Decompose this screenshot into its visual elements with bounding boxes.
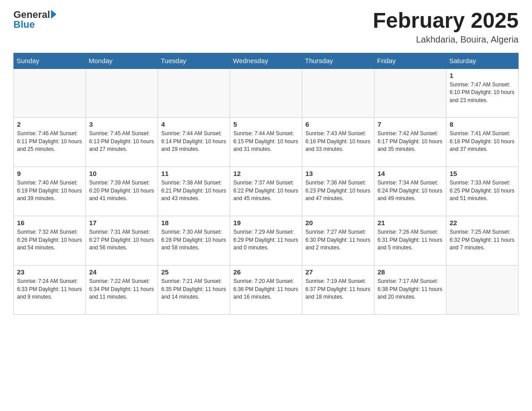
day-info: Sunrise: 7:40 AM Sunset: 6:19 PM Dayligh… xyxy=(17,179,82,202)
day-number: 26 xyxy=(233,268,299,276)
day-info: Sunrise: 7:43 AM Sunset: 6:16 PM Dayligh… xyxy=(305,130,371,153)
page-header: General Blue February 2025 Lakhdaria, Bo… xyxy=(13,9,519,45)
logo: General Blue xyxy=(13,9,56,30)
day-info: Sunrise: 7:36 AM Sunset: 6:23 PM Dayligh… xyxy=(305,179,371,202)
calendar-cell: 3Sunrise: 7:45 AM Sunset: 6:13 PM Daylig… xyxy=(86,118,158,167)
day-number: 16 xyxy=(17,219,82,227)
weekday-header-monday: Monday xyxy=(86,53,158,68)
weekday-header-tuesday: Tuesday xyxy=(158,53,230,68)
day-number: 27 xyxy=(305,268,371,276)
calendar-table: SundayMondayTuesdayWednesdayThursdayFrid… xyxy=(13,53,519,315)
day-number: 12 xyxy=(233,170,299,177)
calendar-cell: 23Sunrise: 7:24 AM Sunset: 6:33 PM Dayli… xyxy=(14,265,86,315)
day-info: Sunrise: 7:45 AM Sunset: 6:13 PM Dayligh… xyxy=(89,130,154,153)
day-number: 21 xyxy=(378,219,443,227)
calendar-cell: 26Sunrise: 7:20 AM Sunset: 6:36 PM Dayli… xyxy=(230,265,302,315)
day-number: 19 xyxy=(233,219,299,227)
day-info: Sunrise: 7:26 AM Sunset: 6:31 PM Dayligh… xyxy=(378,228,443,252)
day-number: 7 xyxy=(378,120,443,128)
day-number: 23 xyxy=(17,268,82,276)
day-number: 25 xyxy=(161,268,227,276)
calendar-cell: 13Sunrise: 7:36 AM Sunset: 6:23 PM Dayli… xyxy=(302,167,374,216)
day-number: 18 xyxy=(161,219,227,227)
day-info: Sunrise: 7:46 AM Sunset: 6:11 PM Dayligh… xyxy=(17,130,82,153)
calendar-cell: 6Sunrise: 7:43 AM Sunset: 6:16 PM Daylig… xyxy=(302,118,374,167)
weekday-header-sunday: Sunday xyxy=(14,53,86,68)
day-number: 3 xyxy=(89,120,154,128)
day-info: Sunrise: 7:41 AM Sunset: 6:18 PM Dayligh… xyxy=(450,130,515,153)
day-info: Sunrise: 7:44 AM Sunset: 6:15 PM Dayligh… xyxy=(233,130,299,153)
calendar-cell: 25Sunrise: 7:21 AM Sunset: 6:35 PM Dayli… xyxy=(158,265,230,315)
day-info: Sunrise: 7:25 AM Sunset: 6:32 PM Dayligh… xyxy=(450,228,515,252)
day-info: Sunrise: 7:37 AM Sunset: 6:22 PM Dayligh… xyxy=(233,179,299,202)
calendar-week-row: 16Sunrise: 7:32 AM Sunset: 6:26 PM Dayli… xyxy=(14,216,519,265)
day-number: 22 xyxy=(450,219,515,227)
day-info: Sunrise: 7:27 AM Sunset: 6:30 PM Dayligh… xyxy=(305,228,371,252)
day-number: 4 xyxy=(161,120,227,128)
logo-arrow-icon xyxy=(51,10,56,19)
day-number: 1 xyxy=(450,72,515,79)
calendar-cell: 16Sunrise: 7:32 AM Sunset: 6:26 PM Dayli… xyxy=(14,216,86,265)
calendar-cell: 14Sunrise: 7:34 AM Sunset: 6:24 PM Dayli… xyxy=(374,167,446,216)
calendar-cell: 28Sunrise: 7:17 AM Sunset: 6:38 PM Dayli… xyxy=(374,265,446,315)
day-info: Sunrise: 7:39 AM Sunset: 6:20 PM Dayligh… xyxy=(89,179,154,202)
calendar-cell: 19Sunrise: 7:29 AM Sunset: 6:29 PM Dayli… xyxy=(230,216,302,265)
calendar-cell: 11Sunrise: 7:38 AM Sunset: 6:21 PM Dayli… xyxy=(158,167,230,216)
day-number: 20 xyxy=(305,219,371,227)
weekday-header-row: SundayMondayTuesdayWednesdayThursdayFrid… xyxy=(14,53,519,68)
day-info: Sunrise: 7:30 AM Sunset: 6:28 PM Dayligh… xyxy=(161,228,227,252)
calendar-cell: 18Sunrise: 7:30 AM Sunset: 6:28 PM Dayli… xyxy=(158,216,230,265)
calendar-cell xyxy=(446,265,519,315)
calendar-cell: 21Sunrise: 7:26 AM Sunset: 6:31 PM Dayli… xyxy=(374,216,446,265)
day-number: 15 xyxy=(450,170,515,177)
day-number: 13 xyxy=(305,170,371,177)
day-info: Sunrise: 7:38 AM Sunset: 6:21 PM Dayligh… xyxy=(161,179,227,202)
day-info: Sunrise: 7:42 AM Sunset: 6:17 PM Dayligh… xyxy=(378,130,443,153)
calendar-cell: 22Sunrise: 7:25 AM Sunset: 6:32 PM Dayli… xyxy=(446,216,519,265)
day-number: 9 xyxy=(17,170,82,177)
day-number: 14 xyxy=(378,170,443,177)
day-info: Sunrise: 7:21 AM Sunset: 6:35 PM Dayligh… xyxy=(161,278,227,301)
calendar-cell xyxy=(374,68,446,118)
day-info: Sunrise: 7:47 AM Sunset: 6:10 PM Dayligh… xyxy=(450,81,515,104)
day-info: Sunrise: 7:44 AM Sunset: 6:14 PM Dayligh… xyxy=(161,130,227,153)
calendar-cell: 17Sunrise: 7:31 AM Sunset: 6:27 PM Dayli… xyxy=(86,216,158,265)
day-info: Sunrise: 7:32 AM Sunset: 6:26 PM Dayligh… xyxy=(17,228,82,252)
calendar-week-row: 2Sunrise: 7:46 AM Sunset: 6:11 PM Daylig… xyxy=(14,118,519,167)
day-info: Sunrise: 7:24 AM Sunset: 6:33 PM Dayligh… xyxy=(17,278,82,301)
weekday-header-friday: Friday xyxy=(374,53,446,68)
calendar-week-row: 9Sunrise: 7:40 AM Sunset: 6:19 PM Daylig… xyxy=(14,167,519,216)
calendar-cell xyxy=(230,68,302,118)
day-number: 28 xyxy=(378,268,443,276)
calendar-cell xyxy=(302,68,374,118)
day-info: Sunrise: 7:17 AM Sunset: 6:38 PM Dayligh… xyxy=(378,278,443,301)
calendar-week-row: 23Sunrise: 7:24 AM Sunset: 6:33 PM Dayli… xyxy=(14,265,519,315)
day-number: 17 xyxy=(89,219,154,227)
calendar-subtitle: Lakhdaria, Bouira, Algeria xyxy=(373,34,519,45)
calendar-cell: 9Sunrise: 7:40 AM Sunset: 6:19 PM Daylig… xyxy=(14,167,86,216)
calendar-cell xyxy=(86,68,158,118)
day-number: 10 xyxy=(89,170,154,177)
calendar-cell: 20Sunrise: 7:27 AM Sunset: 6:30 PM Dayli… xyxy=(302,216,374,265)
day-number: 24 xyxy=(89,268,154,276)
logo-blue-text: Blue xyxy=(13,19,35,30)
calendar-week-row: 1Sunrise: 7:47 AM Sunset: 6:10 PM Daylig… xyxy=(14,68,519,118)
day-info: Sunrise: 7:33 AM Sunset: 6:25 PM Dayligh… xyxy=(450,179,515,202)
weekday-header-wednesday: Wednesday xyxy=(230,53,302,68)
weekday-header-thursday: Thursday xyxy=(302,53,374,68)
calendar-cell: 2Sunrise: 7:46 AM Sunset: 6:11 PM Daylig… xyxy=(14,118,86,167)
weekday-header-saturday: Saturday xyxy=(446,53,519,68)
day-info: Sunrise: 7:29 AM Sunset: 6:29 PM Dayligh… xyxy=(233,228,299,252)
day-number: 2 xyxy=(17,120,82,128)
calendar-cell: 10Sunrise: 7:39 AM Sunset: 6:20 PM Dayli… xyxy=(86,167,158,216)
title-block: February 2025 Lakhdaria, Bouira, Algeria xyxy=(373,9,519,45)
calendar-cell: 8Sunrise: 7:41 AM Sunset: 6:18 PM Daylig… xyxy=(446,118,519,167)
calendar-cell xyxy=(14,68,86,118)
calendar-cell: 12Sunrise: 7:37 AM Sunset: 6:22 PM Dayli… xyxy=(230,167,302,216)
calendar-cell: 1Sunrise: 7:47 AM Sunset: 6:10 PM Daylig… xyxy=(446,68,519,118)
day-info: Sunrise: 7:19 AM Sunset: 6:37 PM Dayligh… xyxy=(305,278,371,301)
calendar-cell: 27Sunrise: 7:19 AM Sunset: 6:37 PM Dayli… xyxy=(302,265,374,315)
calendar-cell xyxy=(158,68,230,118)
calendar-cell: 24Sunrise: 7:22 AM Sunset: 6:34 PM Dayli… xyxy=(86,265,158,315)
calendar-title: February 2025 xyxy=(373,9,519,33)
